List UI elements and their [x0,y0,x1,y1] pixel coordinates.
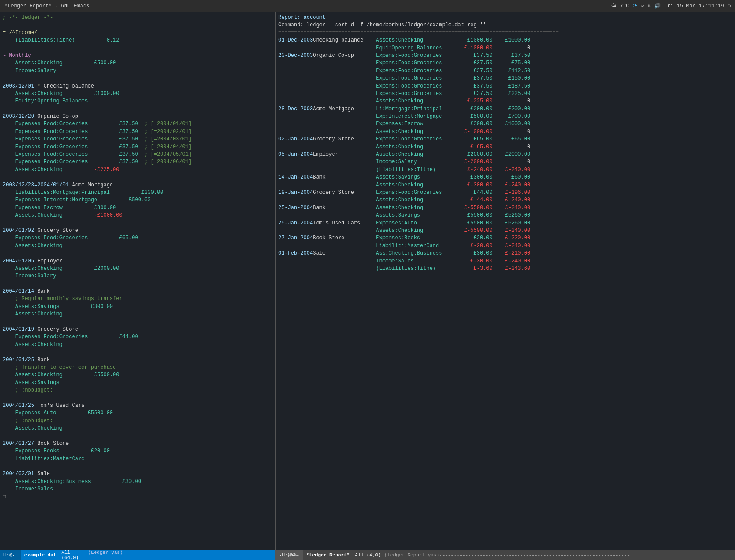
bottom-area: -U:@-- example.dat All (64,0) (Ledger ya… [0,550,735,560]
title-bar: *Ledger Report* - GNU Emacs 🌤 7°C ⟳ ✉ ⇅ … [0,0,735,12]
window-title: *Ledger Report* - GNU Emacs [4,3,89,9]
temperature: 7°C [620,3,630,9]
left-pane: ; -*- ledger -*- = /^Income/ (Liabilitie… [0,12,276,550]
report-text: Report: account Command: ledger --sort d… [278,14,732,273]
volume-icon[interactable]: 🔊 [654,3,661,9]
report-content: Report: account Command: ledger --sort d… [276,12,735,550]
right-status-bar: -U:@%%- *Ledger Report* All (4,0) (Ledge… [276,550,735,560]
right-status-filename: *Ledger Report* [303,553,353,558]
settings-icon[interactable]: ⚙ [728,3,731,9]
left-status-mode: -U:@-- [0,550,21,560]
right-status-extra: (Ledger Report yas)---------------------… [383,553,632,558]
right-pane: Report: account Command: ledger --sort d… [276,12,735,550]
network-icon: ⇅ [648,3,651,9]
left-status-bar: -U:@-- example.dat All (64,0) (Ledger ya… [0,550,276,560]
refresh-icon[interactable]: ⟳ [633,3,637,9]
main-area: ; -*- ledger -*- = /^Income/ (Liabilitie… [0,12,735,550]
right-status-mode: -U:@%%- [276,550,303,560]
mail-icon[interactable]: ✉ [640,3,644,9]
datetime: Fri 15 Mar 17:11:19 [664,3,724,9]
title-bar-right: 🌤 7°C ⟳ ✉ ⇅ 🔊 Fri 15 Mar 17:11:19 ⚙ [611,3,731,9]
left-status-position: All (64,0) [60,550,86,560]
editor-content[interactable]: ; -*- ledger -*- = /^Income/ (Liabilitie… [0,12,275,550]
editor-text: ; -*- ledger -*- = /^Income/ (Liabilitie… [3,14,273,501]
left-status-filename: example.dat [21,553,60,558]
right-status-position: All (4,0) [353,553,382,558]
left-status-extra: (Ledger yas)----------------------------… [86,550,275,560]
weather-icon: 🌤 [611,3,616,9]
